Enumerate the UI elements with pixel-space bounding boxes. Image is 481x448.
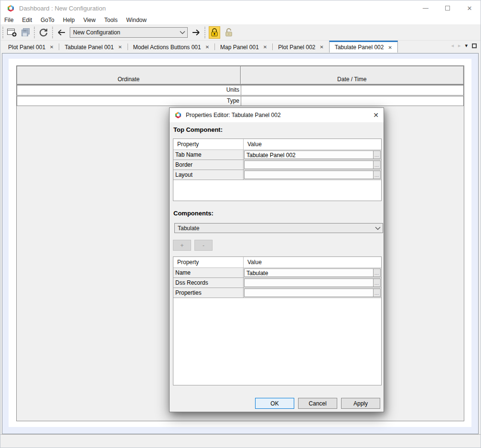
ellipsis-button[interactable]: ... xyxy=(373,151,380,159)
tab-scroll-left-icon[interactable]: ◂ xyxy=(451,43,454,49)
name-field[interactable]: Tabulate ... xyxy=(244,268,381,277)
toolbar-separator xyxy=(52,27,53,38)
close-button[interactable]: ✕ xyxy=(459,0,481,16)
ok-button[interactable]: OK xyxy=(255,398,294,409)
column-header-ordinate[interactable]: Ordinate xyxy=(17,66,241,85)
property-label: Name xyxy=(173,268,244,277)
toolbar-separator xyxy=(34,27,35,38)
property-label: Layout xyxy=(173,170,244,180)
minimize-button[interactable]: — xyxy=(415,0,437,16)
tab-label: Plot Panel 002 xyxy=(278,44,315,51)
refresh-button[interactable] xyxy=(37,26,50,39)
dialog-title-bar[interactable]: Properties Editor: Tabulate Panel 002 ✕ xyxy=(170,108,384,122)
lock-button[interactable] xyxy=(209,26,220,39)
menu-help[interactable]: Help xyxy=(59,17,79,23)
menu-file[interactable]: File xyxy=(0,17,18,23)
ellipsis-button[interactable]: ... xyxy=(373,161,380,169)
tab-close-icon[interactable]: ✕ xyxy=(263,44,267,50)
component-add-remove: + - xyxy=(173,240,213,251)
tab-close-icon[interactable]: ✕ xyxy=(205,44,209,50)
component-property-table: Property Value Name Tabulate ... Dss Rec… xyxy=(173,256,382,385)
row-value-type xyxy=(241,96,463,106)
tab-nav-controls: ◂ ▸ ▾ xyxy=(451,43,477,49)
app-window: Dashboard : New Configuration — ✕ File E… xyxy=(0,0,481,448)
ellipsis-button[interactable]: ... xyxy=(373,269,380,277)
property-label: Properties xyxy=(173,288,244,298)
menu-tools[interactable]: Tools xyxy=(100,17,122,23)
row-value-units xyxy=(241,85,463,95)
configuration-select[interactable]: New Configuration xyxy=(70,27,188,38)
refresh-icon xyxy=(39,28,48,37)
ellipsis-button[interactable]: ... xyxy=(373,289,380,297)
properties-field[interactable]: ... xyxy=(244,288,381,297)
tab-close-icon[interactable]: ✕ xyxy=(50,44,53,50)
field-value xyxy=(245,289,373,297)
dss-records-field[interactable]: ... xyxy=(244,278,381,287)
tabulate-table: Ordinate Date / Time Units Type xyxy=(17,66,464,106)
tab-tabulate-panel-002[interactable]: Tabulate Panel 002 ✕ xyxy=(329,41,398,53)
menu-window[interactable]: Window xyxy=(122,17,151,23)
border-field[interactable]: ... xyxy=(244,160,381,169)
tab-close-icon[interactable]: ✕ xyxy=(320,44,323,50)
forward-arrow-icon xyxy=(191,28,201,37)
tab-model-actions-buttons-001[interactable]: Model Actions Buttons 001 ✕ xyxy=(128,42,214,53)
tab-label: Tabulate Panel 001 xyxy=(64,44,114,51)
dialog-close-icon[interactable]: ✕ xyxy=(373,111,379,119)
property-row-dss-records: Dss Records ... xyxy=(173,278,381,288)
tab-name-field[interactable]: Tabulate Panel 002 ... xyxy=(244,150,381,159)
cancel-button[interactable]: Cancel xyxy=(298,398,337,409)
top-component-table: Property Value Tab Name Tabulate Panel 0… xyxy=(173,139,382,201)
save-all-icon xyxy=(20,28,31,37)
column-header-date-time[interactable]: Date / Time xyxy=(241,66,464,85)
back-button[interactable] xyxy=(55,26,68,39)
tab-label: Plot Panel 001 xyxy=(8,44,45,51)
table-row-units: Units xyxy=(17,85,464,96)
maximize-icon xyxy=(445,6,450,11)
menu-edit[interactable]: Edit xyxy=(18,17,36,23)
tab-label: Model Actions Buttons 001 xyxy=(133,44,201,51)
tab-tabulate-panel-001[interactable]: Tabulate Panel 001 ✕ xyxy=(59,42,127,53)
app-logo-icon xyxy=(174,111,182,119)
header-value: Value xyxy=(244,139,381,149)
tab-scroll-right-icon[interactable]: ▸ xyxy=(458,43,461,49)
layout-field[interactable]: ... xyxy=(244,171,381,179)
tab-plot-panel-002[interactable]: Plot Panel 002 ✕ xyxy=(273,42,329,53)
property-label: Dss Records xyxy=(173,278,244,288)
header-value: Value xyxy=(244,257,381,267)
field-value xyxy=(245,171,373,179)
close-icon: ✕ xyxy=(467,5,472,12)
component-select[interactable]: Tabulate xyxy=(174,223,383,233)
window-title: Dashboard : New Configuration xyxy=(19,5,106,12)
lock-locked-icon xyxy=(210,28,219,37)
properties-editor-dialog: Properties Editor: Tabulate Panel 002 ✕ … xyxy=(169,107,384,412)
row-label-type: Type xyxy=(17,96,241,106)
header-property: Property xyxy=(173,139,244,149)
add-component-button[interactable]: + xyxy=(173,240,191,251)
apply-button[interactable]: Apply xyxy=(341,398,380,409)
menu-view[interactable]: View xyxy=(79,17,100,23)
ellipsis-button[interactable]: ... xyxy=(373,171,380,179)
tab-close-icon[interactable]: ✕ xyxy=(118,44,122,50)
tab-list-dropdown-icon[interactable]: ▾ xyxy=(465,43,468,49)
property-row-tab-name: Tab Name Tabulate Panel 002 ... xyxy=(173,150,381,160)
chevron-down-icon xyxy=(373,226,383,230)
remove-component-button[interactable]: - xyxy=(194,240,213,251)
dialog-title: Properties Editor: Tabulate Panel 002 xyxy=(186,112,281,118)
tab-map-panel-001[interactable]: Map Panel 001 ✕ xyxy=(215,42,272,53)
field-value: Tabulate xyxy=(245,269,373,277)
toolbar-separator xyxy=(204,27,205,38)
minimize-icon: — xyxy=(423,5,428,11)
save-all-button[interactable] xyxy=(19,26,32,39)
property-row-border: Border ... xyxy=(173,160,381,170)
unlock-button[interactable] xyxy=(223,26,235,39)
tab-bar: Plot Panel 001 ✕ Tabulate Panel 001 ✕ Mo… xyxy=(0,41,481,53)
tab-maximize-icon[interactable] xyxy=(472,43,477,48)
property-row-name: Name Tabulate ... xyxy=(173,268,381,278)
forward-button[interactable] xyxy=(189,26,203,39)
maximize-button[interactable] xyxy=(437,0,459,16)
menu-goto[interactable]: GoTo xyxy=(36,17,59,23)
ellipsis-button[interactable]: ... xyxy=(373,279,380,287)
tab-close-icon[interactable]: ✕ xyxy=(388,45,392,50)
new-panel-button[interactable] xyxy=(5,26,19,39)
tab-plot-panel-001[interactable]: Plot Panel 001 ✕ xyxy=(3,42,59,53)
